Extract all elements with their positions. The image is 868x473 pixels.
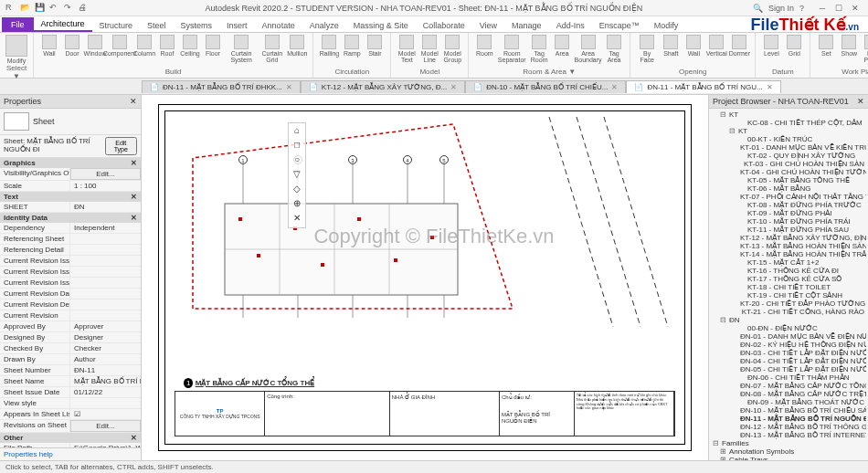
tree-item[interactable]: KT-18 - CHI TIẾT TOILET xyxy=(711,283,866,291)
ribbon-tab-add-ins[interactable]: Add-Ins xyxy=(549,19,592,32)
property-row[interactable]: Sheet Issue Date01/12/22 xyxy=(0,387,141,398)
tree-item[interactable]: KT-21 - CHI TIẾT CỔNG, HÀNG RÀO xyxy=(711,308,866,316)
ribbon-button-ceiling[interactable]: Ceiling xyxy=(180,35,200,57)
viewport[interactable]: 1 2 3 4 5 xyxy=(175,117,675,389)
ribbon-button-roof[interactable]: Roof xyxy=(157,35,177,57)
close-tab-icon[interactable]: ✕ xyxy=(450,83,457,91)
property-row[interactable]: Referencing Sheet xyxy=(0,234,141,245)
ribbon-button-shaft[interactable]: Shaft xyxy=(661,35,681,57)
ribbon-button-modify[interactable]: Modify xyxy=(5,35,27,64)
redo-icon[interactable]: ↷ xyxy=(64,3,75,14)
property-row[interactable]: Current Revision xyxy=(0,310,141,321)
ribbon-tab-insert[interactable]: Insert xyxy=(219,19,255,32)
ribbon-tab-analyze[interactable]: Analyze xyxy=(302,19,346,32)
signin-button[interactable]: Sign In xyxy=(768,4,794,13)
property-row[interactable]: Sheet NameMẶT BẰNG BỐ TRÍ NGU... xyxy=(0,376,141,387)
undo-icon[interactable]: ↶ xyxy=(49,3,60,14)
tree-item[interactable]: ĐN-10 - MẶT BẰNG BỐ TRÍ CHIẾU SÁNG xyxy=(711,406,866,415)
search-icon[interactable]: 🔍 xyxy=(753,4,763,13)
ribbon-button-tag-room[interactable]: Tag Room xyxy=(529,35,549,63)
tree-item[interactable]: KT-16 - THỐNG KÊ CỬA ĐI xyxy=(711,267,866,275)
tree-item[interactable]: KT-20 - CHI TIẾT ĐẮP PHÀO TƯỜNG NGOÀI xyxy=(711,300,866,308)
tree-item[interactable]: ĐN-05 - CHI TIẾT LẮP ĐẶT ĐIỆN NƯỚC ĐIỂN … xyxy=(711,365,866,373)
ribbon-tab-steel[interactable]: Steel xyxy=(140,19,174,32)
minimize-button[interactable]: ─ xyxy=(815,4,830,13)
property-row[interactable]: Sheet NumberĐN-11 xyxy=(0,365,141,376)
property-row[interactable]: Visibility/Graphics Over...Edit... xyxy=(0,168,141,181)
save-icon[interactable]: 💾 xyxy=(35,3,46,14)
nav-tool-icon[interactable]: ◇ xyxy=(291,184,303,196)
close-tab-icon[interactable]: ✕ xyxy=(611,83,618,91)
ribbon-button-level[interactable]: Level xyxy=(761,35,781,57)
tree-item[interactable]: KT-15 - MẶT CẮT 1+2 xyxy=(711,258,866,267)
ribbon-button-area-boundary[interactable]: Area Boundary xyxy=(575,35,601,63)
close-icon[interactable]: ✕ xyxy=(857,97,864,106)
tree-item[interactable]: KT-06 - MẶT BẰNG xyxy=(711,184,866,193)
ribbon-button-area[interactable]: Area xyxy=(552,35,572,57)
tree-item[interactable]: ⊞Cable Trays xyxy=(711,456,866,460)
nav-tool-icon[interactable]: □ xyxy=(291,140,303,152)
property-category[interactable]: Identity Data✕ xyxy=(0,213,141,223)
ribbon-button-railing[interactable]: Railing xyxy=(319,35,339,57)
property-row[interactable]: SHEETĐN xyxy=(0,202,141,213)
tree-item[interactable]: KT-11 - MẶT ĐỨNG PHÍA SAU xyxy=(711,226,866,234)
edit-type-button[interactable]: Edit Type xyxy=(105,137,137,155)
tree-item[interactable]: ⊟KT xyxy=(711,110,866,119)
tree-item[interactable]: KT-03 - GHI CHÚ HOÀN THIỆN SÀN xyxy=(711,160,866,168)
ribbon-button-room-separator[interactable]: Room Separator xyxy=(497,35,526,63)
tree-item[interactable]: ĐN-07 - MẶT BẰNG CẤP NƯỚC TỔNG THỂ xyxy=(711,382,866,390)
property-row[interactable]: Referencing Detail xyxy=(0,245,141,256)
nav-tool-icon[interactable]: ✕ xyxy=(291,213,303,226)
property-row[interactable]: Current Revision Issued... xyxy=(0,267,141,278)
tree-item[interactable]: KT-07 - PHỐI CẢNH NỘI THẤT TẦNG TRỆT xyxy=(711,193,866,201)
ribbon-button-column[interactable]: Column xyxy=(134,35,154,57)
ribbon-button-floor[interactable]: Floor xyxy=(203,35,223,57)
document-tab[interactable]: 📄ĐN-11 - MẶT BẰNG BỐ TRÍ ĐHKK...✕ xyxy=(142,80,301,93)
ribbon-button-model-group[interactable]: Model Group xyxy=(442,35,462,63)
tree-item[interactable]: ⊟KT xyxy=(711,127,866,135)
tree-item[interactable]: KT-05 - MẶT BẰNG TỔNG THỂ xyxy=(711,176,866,184)
tree-item[interactable]: ĐN-09 - MẶT BẰNG THOÁT NƯỚC xyxy=(711,398,866,406)
tree-item[interactable]: ĐN-04 - CHI TIẾT LẮP ĐẶT ĐIỆN NƯỚC ĐIỂN … xyxy=(711,357,866,365)
ribbon-button-component[interactable]: Component xyxy=(108,35,132,57)
tree-item[interactable]: KT-02 - QUY ĐỊNH XÂY TƯỜNG xyxy=(711,152,866,160)
tree-item[interactable]: KT-12 - MẶT BẰNG XÂY TƯỜNG, ĐỊNH VỊ CỬA … xyxy=(711,234,866,242)
tree-item[interactable]: ĐN-08 - MẶT BẰNG CẤP NƯỚC TRỆT + MÁI xyxy=(711,390,866,398)
tree-item[interactable]: KC-08 - CHI TIẾT THÉP CỘT, DẦM xyxy=(711,119,866,127)
close-icon[interactable]: ✕ xyxy=(130,97,137,106)
property-category[interactable]: Graphics✕ xyxy=(0,158,141,168)
close-tab-icon[interactable]: ✕ xyxy=(286,83,292,91)
tree-item[interactable]: KT-01 - DANH MỤC BẢN VẼ KIẾN TRÚC xyxy=(711,143,866,152)
tree-item[interactable]: 00-ĐN - ĐIỆN NƯỚC xyxy=(711,324,866,332)
ribbon-tab-structure[interactable]: Structure xyxy=(92,19,141,32)
ribbon-tab-massing-site[interactable]: Massing & Site xyxy=(346,19,416,32)
type-selector[interactable]: Sheet xyxy=(0,109,141,135)
ribbon-tab-file[interactable]: File xyxy=(2,17,34,32)
tree-item[interactable]: KT-08 - MẶT ĐỨNG PHÍA TRƯỚC xyxy=(711,201,866,209)
tree-item[interactable]: KT-04 - GHI CHÚ HOÀN THIỆN TƯỜNG xyxy=(711,168,866,176)
ribbon-button-by-face[interactable]: By Face xyxy=(636,35,658,63)
ribbon-tab-collaborate[interactable]: Collaborate xyxy=(416,19,472,32)
ribbon-tab-enscape-[interactable]: Enscape™ xyxy=(592,19,647,32)
property-row[interactable]: Appears In Sheet List☑ xyxy=(0,409,141,420)
tree-item[interactable]: KT-13 - MẶT BẰNG HOÀN THIỆN SÀN xyxy=(711,242,866,250)
ribbon-button-curtain-grid[interactable]: Curtain Grid xyxy=(259,35,284,63)
ribbon-button-stair[interactable]: Stair xyxy=(365,35,385,57)
tree-item[interactable]: ĐN-03 - CHI TIẾT LẮP ĐẶT ĐIỆN NƯỚC ĐIỂN … xyxy=(711,349,866,357)
property-row[interactable]: Current Revision Descri... xyxy=(0,300,141,310)
ribbon-button-ref-plane[interactable]: Ref Plane xyxy=(862,35,868,63)
tree-item[interactable]: ĐN-01 - DANH MỤC BẢN VẼ ĐIỆN NƯỚC xyxy=(711,332,866,341)
ribbon-button-wall[interactable]: Wall xyxy=(683,35,704,57)
nav-tool-icon[interactable]: ▽ xyxy=(291,169,303,182)
property-row[interactable]: Revisions on SheetEdit... xyxy=(0,420,141,433)
tree-item[interactable]: KT-10 - MẶT ĐỨNG PHÍA TRÁI xyxy=(711,217,866,226)
property-row[interactable]: DependencyIndependent xyxy=(0,223,141,234)
properties-help-link[interactable]: Properties help xyxy=(0,447,141,460)
ribbon-button-window[interactable]: Window xyxy=(85,35,105,57)
tree-item[interactable]: ĐN-13 - MẶT BẰNG BỐ TRÍ INTERNET xyxy=(711,431,866,439)
tree-item[interactable]: ⊞Annotation Symbols xyxy=(711,447,866,456)
ribbon-button-set[interactable]: Set xyxy=(816,35,836,57)
property-row[interactable]: Current Revision Date xyxy=(0,289,141,300)
tree-item[interactable]: ĐN-11 - MẶT BẰNG BỐ TRÍ NGUỒN ĐIỆN xyxy=(711,415,866,423)
document-tab[interactable]: 📄ĐN-10 - MẶT BẰNG BỐ TRÍ CHIẾU...✕ xyxy=(465,80,626,93)
